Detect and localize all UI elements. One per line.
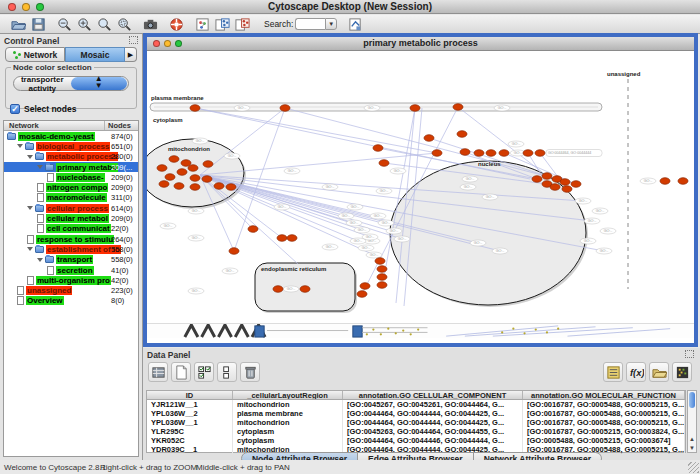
zoom-out-icon[interactable] — [56, 16, 72, 32]
graph-node[interactable] — [432, 150, 442, 157]
network-window-titlebar[interactable]: primary metabolic process — [147, 37, 694, 51]
attribute-table[interactable]: ID_cellularLayoutRegionannotation.GO CEL… — [146, 390, 686, 453]
graph-node[interactable] — [571, 181, 581, 188]
tree-row[interactable]: macromolecule311(0) — [4, 193, 138, 203]
tree-row[interactable]: cellular process614(0) — [4, 203, 138, 213]
graph-edge[interactable] — [195, 108, 437, 153]
import-attributes-icon[interactable] — [649, 362, 669, 382]
expand-handle-icon[interactable] — [27, 247, 33, 251]
tree-row[interactable]: unassigned223(0) — [4, 285, 138, 295]
tab-overflow-arrow-icon[interactable]: ▶ — [125, 47, 137, 62]
expand-handle-icon[interactable] — [27, 206, 33, 210]
new-attribute-icon[interactable] — [171, 362, 191, 382]
graph-node[interactable] — [177, 169, 187, 176]
resize-grip[interactable] — [688, 462, 699, 473]
table-row[interactable]: YJR121W__1mitochondrion[GO:0045267, GO:0… — [147, 400, 685, 409]
graph-node[interactable] — [203, 161, 213, 168]
tree-row[interactable]: multi-organism pro42(0) — [4, 275, 138, 285]
graph-node[interactable] — [486, 150, 496, 157]
attribute-batch-icon[interactable] — [672, 362, 692, 382]
graph-edge[interactable] — [285, 108, 576, 184]
table-row[interactable]: YLR295Ccytoplasm[GO:0045263, GO:0044464,… — [147, 427, 685, 436]
tree-row[interactable]: cellular metabol209(0) — [4, 213, 138, 223]
function-builder-icon[interactable]: f(x) — [626, 362, 646, 382]
graph-node[interactable] — [190, 175, 200, 182]
snapshot-icon[interactable] — [142, 16, 158, 32]
graph-node[interactable] — [174, 183, 184, 190]
graph-node[interactable] — [377, 274, 387, 281]
graph-node[interactable] — [560, 179, 570, 186]
column-header[interactable]: annotation.GO MOLECULAR_FUNCTION — [523, 391, 685, 399]
graph-node[interactable] — [226, 184, 236, 191]
graph-node[interactable] — [157, 165, 167, 172]
tree-row[interactable]: secretion41(0) — [4, 265, 138, 275]
select-attributes-icon[interactable] — [194, 362, 214, 382]
graph-node[interactable] — [300, 286, 310, 293]
tree-row[interactable]: response to stimulu264(0) — [4, 234, 138, 244]
graph-node[interactable] — [169, 156, 179, 163]
attribute-table-header[interactable]: ID_cellularLayoutRegionannotation.GO CEL… — [147, 391, 685, 400]
graph-node[interactable] — [190, 184, 200, 191]
graph-node[interactable] — [357, 291, 367, 298]
tab-mosaic[interactable]: Mosaic — [65, 47, 125, 62]
graph-node[interactable] — [550, 184, 560, 191]
network-canvas[interactable]: GO:..GO:..GO:..GO:..GO:..GO:..GO:..GO:..… — [147, 51, 694, 323]
network-view-blue-icon[interactable] — [214, 16, 230, 32]
zoom-fit-icon[interactable] — [96, 16, 112, 32]
graph-node[interactable] — [457, 131, 467, 138]
zoom-selected-icon[interactable] — [116, 16, 132, 32]
node-color-dropdown[interactable]: transporter activity ▲▼ — [13, 76, 129, 91]
graph-node[interactable] — [373, 145, 383, 152]
expand-handle-icon[interactable] — [17, 144, 23, 148]
tree-row[interactable]: establishment of lo558(0) — [4, 244, 138, 254]
tree-row[interactable]: mosaic-demo-yeast874(0) — [4, 131, 138, 141]
graph-node[interactable] — [190, 105, 200, 112]
tree-row[interactable]: biological_process651(0) — [4, 141, 138, 151]
network-view-red-icon[interactable] — [234, 16, 250, 32]
table-row[interactable]: YPL036W__1mitochondrion[GO:0044464, GO:0… — [147, 418, 685, 427]
expand-handle-icon[interactable] — [37, 258, 43, 262]
unselect-attributes-icon[interactable] — [217, 362, 237, 382]
graph-node[interactable] — [273, 286, 283, 293]
attribute-list-icon[interactable] — [603, 362, 623, 382]
graph-node[interactable] — [474, 150, 484, 157]
tab-network[interactable]: Network — [5, 47, 65, 62]
tree-row[interactable]: nitrogen compo209(0) — [4, 182, 138, 192]
expand-handle-icon[interactable] — [37, 165, 43, 169]
expand-handle-icon[interactable] — [27, 155, 33, 159]
graph-node[interactable] — [660, 178, 670, 185]
attribute-matrix-icon[interactable] — [148, 362, 168, 382]
graph-node[interactable] — [159, 181, 169, 188]
graph-node[interactable] — [532, 176, 542, 183]
graph-edge[interactable] — [195, 108, 530, 179]
graph-node[interactable] — [542, 173, 552, 180]
column-header[interactable]: annotation.GO CELLULAR_COMPONENT — [343, 391, 523, 399]
column-header[interactable]: ID — [147, 391, 233, 399]
graph-node[interactable] — [248, 226, 258, 233]
graph-node[interactable] — [214, 183, 224, 190]
scroll-down-icon[interactable]: ▼ — [688, 444, 696, 452]
graph-node[interactable] — [280, 105, 290, 112]
tree-row[interactable]: metabolic process280(0) — [4, 152, 138, 162]
graph-node[interactable] — [678, 178, 688, 185]
graph-node[interactable] — [562, 186, 572, 193]
zoom-in-icon[interactable] — [76, 16, 92, 32]
graph-edge[interactable] — [200, 175, 394, 232]
graph-node[interactable] — [188, 165, 198, 172]
table-row[interactable]: YPL036W__2plasma membrane[GO:0044464, GO… — [147, 409, 685, 418]
annotation-doc-icon[interactable] — [347, 16, 363, 32]
column-header[interactable]: _cellularLayoutRegion — [233, 391, 343, 399]
graph-node[interactable] — [202, 176, 212, 183]
graph-node[interactable] — [287, 235, 297, 242]
help-ring-icon[interactable] — [168, 16, 184, 32]
graph-node[interactable] — [379, 160, 389, 167]
graph-node[interactable] — [377, 266, 387, 273]
search-dropdown-arrow-icon[interactable]: ▼ — [325, 18, 337, 30]
float-window-icon[interactable] — [129, 36, 138, 44]
save-icon[interactable] — [30, 16, 46, 32]
search-input[interactable] — [295, 18, 325, 30]
graph-node[interactable] — [165, 174, 175, 181]
tree-row[interactable]: Overview8(0) — [4, 296, 138, 306]
scrollbar-thumb[interactable] — [689, 392, 695, 408]
graph-node[interactable] — [523, 150, 533, 157]
